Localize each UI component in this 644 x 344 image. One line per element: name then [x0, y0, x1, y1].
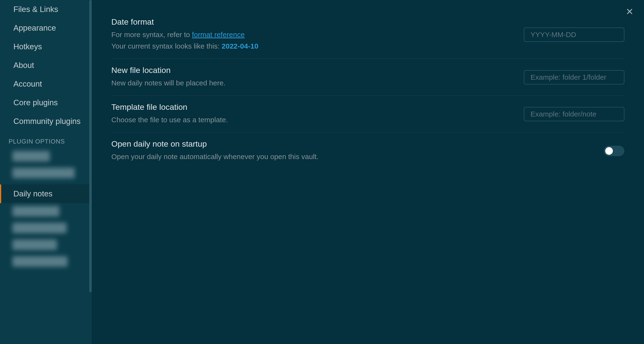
setting-description: Choose the file to use as a template.: [111, 114, 514, 126]
date-format-input[interactable]: [524, 27, 624, 42]
sidebar-item-label: Account: [14, 79, 42, 88]
sidebar-item-label: Files & Links: [14, 5, 58, 14]
setting-title: Template file location: [111, 102, 514, 112]
desc-text: Your current syntax looks like this:: [111, 42, 222, 50]
settings-sidebar: Files & Links Appearance Hotkeys About A…: [0, 0, 92, 344]
setting-info: Template file location Choose the file t…: [111, 102, 514, 126]
toggle-knob: [605, 147, 613, 155]
setting-description: For more syntax, refer to format referen…: [111, 29, 514, 52]
sidebar-item-label: Daily notes: [14, 189, 52, 198]
sidebar-scrollbar[interactable]: [89, 0, 92, 344]
sidebar-item-label: Core plugins: [14, 98, 58, 107]
close-icon: [625, 7, 634, 16]
setting-info: Date format For more syntax, refer to fo…: [111, 17, 514, 52]
setting-control: [524, 27, 624, 42]
setting-row-date-format: Date format For more syntax, refer to fo…: [111, 17, 624, 59]
setting-row-open-on-startup: Open daily note on startup Open your dai…: [111, 132, 624, 169]
sidebar-item-hotkeys[interactable]: Hotkeys: [0, 37, 92, 56]
sidebar-item-label: Hotkeys: [14, 42, 42, 51]
sidebar-item-account[interactable]: Account: [0, 75, 92, 93]
sidebar-scrollbar-thumb[interactable]: [89, 0, 92, 292]
sidebar-item-label: About: [14, 61, 34, 70]
sidebar-item-redacted[interactable]: [12, 256, 68, 267]
sidebar-item-label: Appearance: [14, 23, 56, 32]
template-file-location-input[interactable]: [524, 107, 624, 121]
open-on-startup-toggle[interactable]: [604, 146, 624, 156]
format-example-value: 2022-04-10: [222, 42, 258, 50]
sidebar-item-redacted[interactable]: [12, 223, 66, 233]
setting-description: Open your daily note automatically whene…: [111, 151, 594, 162]
setting-row-new-file-location: New file location New daily notes will b…: [111, 59, 624, 96]
desc-text: For more syntax, refer to: [111, 31, 192, 38]
setting-row-template-file-location: Template file location Choose the file t…: [111, 96, 624, 132]
sidebar-item-community-plugins[interactable]: Community plugins: [0, 112, 92, 131]
format-reference-link[interactable]: format reference: [192, 31, 245, 38]
setting-title: Open daily note on startup: [111, 139, 594, 149]
sidebar-section-header: PLUGIN OPTIONS: [0, 131, 92, 148]
setting-control: [524, 107, 624, 121]
settings-main-content: Date format For more syntax, refer to fo…: [92, 0, 644, 344]
sidebar-item-redacted[interactable]: [12, 151, 50, 161]
close-button[interactable]: [623, 5, 636, 18]
setting-title: Date format: [111, 17, 514, 26]
setting-description: New daily notes will be placed here.: [111, 77, 514, 89]
setting-title: New file location: [111, 65, 514, 75]
sidebar-item-appearance[interactable]: Appearance: [0, 19, 92, 37]
sidebar-item-label: Community plugins: [14, 117, 81, 126]
sidebar-item-files-links[interactable]: Files & Links: [0, 0, 92, 19]
setting-control: [524, 70, 624, 84]
setting-control: [604, 146, 624, 156]
sidebar-item-about[interactable]: About: [0, 56, 92, 75]
sidebar-item-core-plugins[interactable]: Core plugins: [0, 93, 92, 112]
sidebar-item-redacted[interactable]: [12, 240, 57, 250]
setting-info: Open daily note on startup Open your dai…: [111, 139, 594, 162]
sidebar-item-daily-notes[interactable]: Daily notes: [0, 184, 92, 203]
sidebar-item-redacted[interactable]: [12, 168, 75, 178]
setting-info: New file location New daily notes will b…: [111, 65, 514, 89]
sidebar-item-redacted[interactable]: [12, 206, 59, 217]
new-file-location-input[interactable]: [524, 70, 624, 84]
